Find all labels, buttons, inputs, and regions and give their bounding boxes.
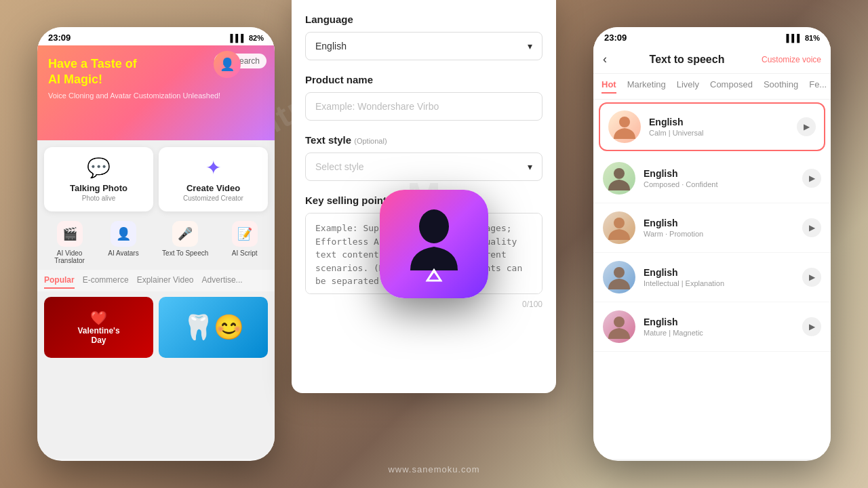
tab-explainer[interactable]: Explainer Video <box>137 275 194 289</box>
tts-tab-fe[interactable]: Fe... <box>809 79 827 94</box>
voice-info-4: English Intellectual | Explanation <box>644 267 802 287</box>
voice-info-3: English Warm · Promotion <box>644 218 802 238</box>
create-video-card[interactable]: ✦ Create Video Customized Creator <box>159 147 268 211</box>
create-video-icon: ✦ <box>205 157 221 179</box>
voice-play-3[interactable]: ▶ <box>802 218 821 237</box>
text-style-label: Text style (Optional) <box>305 134 542 146</box>
thumb-valentine[interactable]: ❤️ Valentine'sDay <box>44 297 153 358</box>
create-video-subtitle: Customized Creator <box>183 195 243 202</box>
tts-tab-composed[interactable]: Composed <box>710 79 753 94</box>
tts-tab-hot[interactable]: Hot <box>601 79 616 94</box>
right-phone-content: ‹ Text to speech Customize voice Hot Mar… <box>593 45 831 459</box>
talking-photo-title: Talking Photo <box>70 183 127 193</box>
tool-ai-script[interactable]: 📝 AI Script <box>232 221 258 264</box>
tab-ecommerce[interactable]: E-commerce <box>83 275 129 289</box>
tts-tab-lively[interactable]: Lively <box>677 79 699 94</box>
voice-info-2: English Composed · Confident <box>644 168 802 188</box>
tool-ai-video[interactable]: 🎬 AI VideoTranslator <box>54 221 85 264</box>
left-time: 23:09 <box>48 33 71 43</box>
tab-advertise[interactable]: Advertise... <box>202 275 243 289</box>
talking-photo-card[interactable]: 💬 Talking Photo Photo alive <box>44 147 153 211</box>
create-video-title: Create Video <box>186 183 240 193</box>
signal-icon: ▌▌▌ <box>231 34 246 42</box>
tab-popular[interactable]: Popular <box>44 275 75 289</box>
chevron-down-icon: ▾ <box>528 41 532 52</box>
left-status-bar: 23:09 ▌▌▌ 82% <box>37 27 275 45</box>
ai-video-icon: 🎬 <box>57 221 83 247</box>
tts-tab-marketing[interactable]: Marketing <box>627 79 666 94</box>
right-status-icons: ▌▌▌ 81% <box>787 34 820 42</box>
voice-tags-5: Mature | Magnetic <box>644 329 802 337</box>
watermark: www.sanemoku.com <box>388 464 479 474</box>
style-chevron-icon: ▾ <box>528 161 532 172</box>
language-select[interactable]: English ▾ <box>305 32 542 60</box>
svg-point-3 <box>619 117 630 127</box>
voice-item-3[interactable]: English Warm · Promotion ▶ <box>593 203 831 253</box>
thumb-blue[interactable]: 🦷😊 <box>159 297 268 358</box>
voice-avatar-4 <box>603 261 635 293</box>
voice-avatar-5 <box>603 310 635 343</box>
talking-photo-subtitle: Photo alive <box>82 195 115 202</box>
ai-script-label: AI Script <box>232 249 258 257</box>
ai-video-label: AI VideoTranslator <box>54 249 85 264</box>
tts-tab-soothing[interactable]: Soothing <box>764 79 798 94</box>
phone-left: 23:09 ▌▌▌ 82% Have a Taste of AI Magic! … <box>37 27 275 461</box>
tts-icon: 🎤 <box>172 221 198 247</box>
voice-item-2[interactable]: English Composed · Confident ▶ <box>593 154 831 203</box>
talking-photo-icon: 💬 <box>87 157 111 179</box>
voice-item-5[interactable]: English Mature | Magnetic ▶ <box>593 302 831 352</box>
text-style-label-text: Text style <box>305 134 351 146</box>
text-style-select[interactable]: Select style ▾ <box>305 152 542 181</box>
tool-tts[interactable]: 🎤 Text To Speech <box>162 221 208 264</box>
voice-item-4[interactable]: English Intellectual | Explanation ▶ <box>593 253 831 302</box>
voice-item-1[interactable]: English Calm | Universal ▶ <box>599 102 825 151</box>
voice-avatar-1 <box>608 110 641 143</box>
right-battery: 81% <box>805 34 820 42</box>
banner-title-highlight: AI Magic! <box>48 73 102 86</box>
tools-row: 🎬 AI VideoTranslator 👤 AI Avatars 🎤 Text… <box>37 218 275 270</box>
voice-play-1[interactable]: ▶ <box>797 117 816 136</box>
ai-avatars-label: AI Avatars <box>108 249 138 257</box>
voice-tags-1: Calm | Universal <box>649 129 797 137</box>
language-label: Language <box>305 14 542 25</box>
voice-tags-4: Intellectual | Explanation <box>644 279 802 287</box>
app-banner: Have a Taste of AI Magic! Voice Cloning … <box>37 45 275 140</box>
voice-tags-2: Composed · Confident <box>644 180 802 188</box>
tts-label: Text To Speech <box>162 249 208 257</box>
left-tabs-row: Popular E-commerce Explainer Video Adver… <box>37 270 275 291</box>
customize-voice-button[interactable]: Customize voice <box>762 55 821 64</box>
voice-name-5: English <box>644 317 802 327</box>
voice-info-5: English Mature | Magnetic <box>644 317 802 337</box>
voice-info-1: English Calm | Universal <box>649 117 797 137</box>
tool-ai-avatars[interactable]: 👤 AI Avatars <box>108 221 138 264</box>
voice-avatar-3 <box>603 211 635 244</box>
banner-subtitle: Voice Cloning and Avatar Customization U… <box>48 91 264 101</box>
ai-script-icon: 📝 <box>232 221 258 247</box>
left-phone-content: Have a Taste of AI Magic! Voice Cloning … <box>37 45 275 459</box>
battery-left: 82% <box>249 34 264 42</box>
char-count: 0/100 <box>305 300 542 309</box>
voice-play-4[interactable]: ▶ <box>802 268 821 287</box>
svg-point-5 <box>614 218 625 228</box>
product-name-label: Product name <box>305 74 542 85</box>
voice-list: English Calm | Universal ▶ English Compo… <box>593 100 831 432</box>
ai-avatars-icon: 👤 <box>111 221 136 247</box>
voice-play-2[interactable]: ▶ <box>802 169 821 188</box>
back-button[interactable]: ‹ <box>603 52 607 66</box>
banner-title-line1: Have a Taste of <box>48 57 137 70</box>
product-name-input[interactable]: Example: Wondershare Virbo <box>305 92 542 121</box>
right-time: 23:09 <box>604 33 627 43</box>
svg-point-4 <box>614 168 625 179</box>
video-thumbs: ❤️ Valentine'sDay 🦷😊 <box>37 291 275 363</box>
voice-play-5[interactable]: ▶ <box>802 317 821 336</box>
right-status-bar: 23:09 ▌▌▌ 81% <box>593 27 831 45</box>
product-name-placeholder: Example: Wondershare Virbo <box>315 101 439 112</box>
voice-name-2: English <box>644 168 802 179</box>
svg-point-6 <box>614 267 625 278</box>
svg-point-0 <box>419 209 449 243</box>
voice-avatar-2 <box>603 162 635 195</box>
app-icon-center <box>380 190 488 298</box>
voice-name-1: English <box>649 117 797 127</box>
phone-right: 23:09 ▌▌▌ 81% ‹ Text to speech Customize… <box>593 27 831 461</box>
app-icon-figure <box>403 206 465 274</box>
